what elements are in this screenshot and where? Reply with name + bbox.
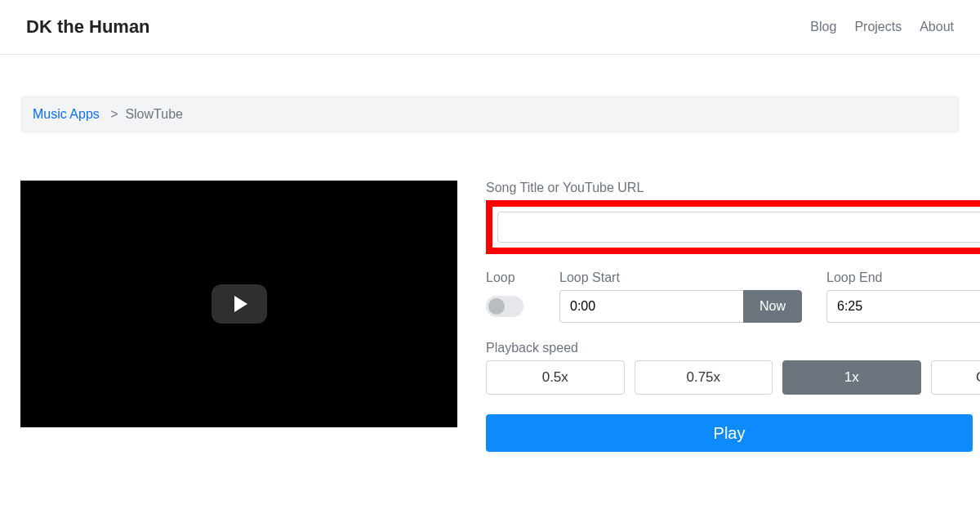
nav: Blog Projects About [810, 20, 954, 34]
play-button[interactable]: Play [486, 414, 973, 452]
site-header: DK the Human Blog Projects About [0, 0, 980, 55]
loop-label: Loop [486, 270, 535, 285]
loop-end-label: Loop End [826, 270, 980, 285]
nav-about[interactable]: About [920, 20, 954, 34]
speed-half-button[interactable]: 0.5x [486, 360, 625, 395]
breadcrumb-parent[interactable]: Music Apps [33, 107, 100, 121]
speed-custom-button[interactable]: Custom [931, 360, 981, 395]
speed-threeq-button[interactable]: 0.75x [635, 360, 773, 395]
video-play-button[interactable] [212, 284, 267, 324]
loop-start-now-button[interactable]: Now [743, 290, 802, 323]
speed-one-button[interactable]: 1x [782, 360, 921, 395]
url-label: Song Title or YouTube URL [486, 181, 980, 195]
site-title[interactable]: DK the Human [26, 16, 150, 38]
url-input[interactable] [497, 212, 980, 243]
breadcrumb: Music Apps > SlowTube [20, 96, 960, 133]
speed-label: Playback speed [486, 341, 980, 355]
loop-start-input[interactable] [559, 290, 743, 323]
url-highlight [486, 200, 980, 254]
play-icon [234, 296, 247, 312]
breadcrumb-current: SlowTube [125, 107, 183, 121]
loop-toggle[interactable] [486, 296, 523, 317]
toggle-knob [488, 298, 505, 315]
breadcrumb-separator: > [103, 107, 125, 121]
nav-blog[interactable]: Blog [810, 20, 836, 34]
loop-end-input[interactable] [826, 290, 980, 323]
nav-projects[interactable]: Projects [854, 20, 902, 34]
video-player[interactable] [20, 181, 457, 427]
loop-start-label: Loop Start [559, 270, 802, 285]
